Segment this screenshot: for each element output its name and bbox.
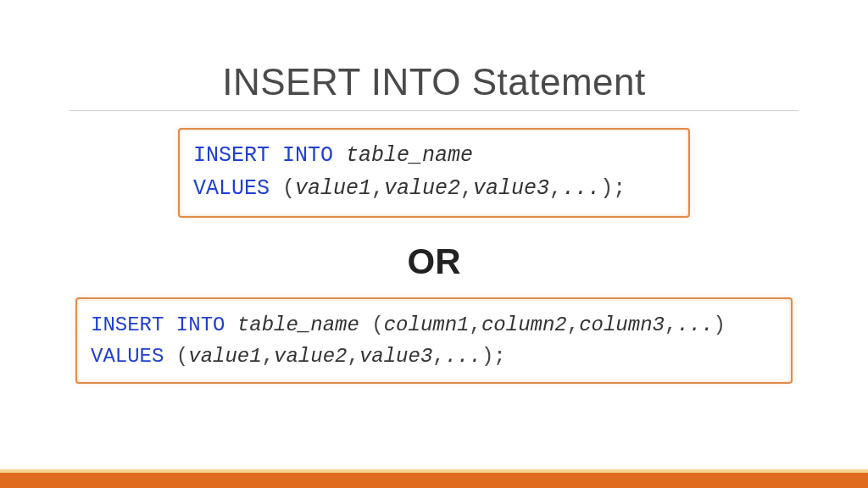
keyword: VALUES <box>91 345 164 368</box>
punct: , <box>371 176 384 201</box>
identifier: value1 <box>295 176 371 201</box>
slide-title: INSERT INTO Statement <box>0 0 868 110</box>
title-underline <box>70 110 798 111</box>
code-block-2: INSERT INTO table_name (column1,column2,… <box>75 297 793 384</box>
keyword: INTO <box>282 143 333 168</box>
identifier: ... <box>562 176 600 201</box>
identifier: column1 <box>384 313 470 336</box>
identifier: value2 <box>384 176 460 201</box>
punct: ); <box>600 176 626 201</box>
identifier: value3 <box>473 176 549 201</box>
code-block-1: INSERT INTO table_name VALUES (value1,va… <box>178 128 690 218</box>
identifier: column2 <box>481 313 567 336</box>
keyword: INSERT <box>193 143 270 168</box>
punct: ) <box>714 313 726 336</box>
punct: ( <box>164 345 188 368</box>
punct: ( <box>359 313 384 336</box>
keyword: VALUES <box>193 176 270 201</box>
punct: , <box>262 345 274 368</box>
identifier: ... <box>445 345 481 368</box>
punct: , <box>347 345 359 368</box>
punct: , <box>665 313 676 336</box>
identifier: table_name <box>346 143 473 168</box>
punct: ( <box>270 176 295 201</box>
keyword: INSERT <box>91 313 164 336</box>
identifier: table_name <box>237 313 359 336</box>
separator-or: OR <box>0 241 868 282</box>
keyword: INTO <box>176 313 225 336</box>
punct: , <box>470 313 481 336</box>
punct: , <box>432 345 444 368</box>
punct: , <box>460 176 473 201</box>
footer-accent-bar <box>0 469 868 488</box>
punct: , <box>549 176 562 201</box>
punct: ); <box>481 345 506 368</box>
identifier: value1 <box>188 345 261 368</box>
identifier: value2 <box>274 345 347 368</box>
identifier: column3 <box>579 313 665 336</box>
identifier: value3 <box>359 345 432 368</box>
identifier: ... <box>676 313 713 336</box>
punct: , <box>567 313 579 336</box>
